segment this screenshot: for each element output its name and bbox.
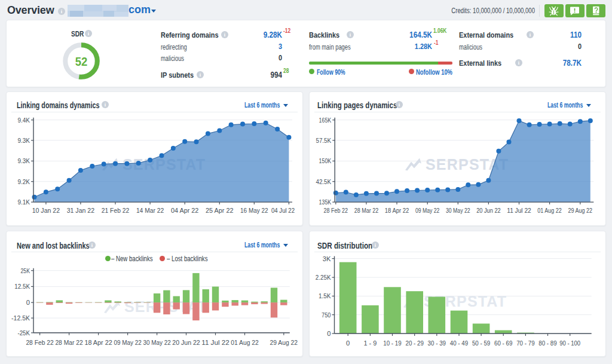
svg-text:31 Jan 22: 31 Jan 22 bbox=[67, 207, 94, 214]
svg-text:80 - 89: 80 - 89 bbox=[538, 339, 556, 347]
svg-text:20 Jun 22: 20 Jun 22 bbox=[476, 207, 501, 214]
svg-text:9.3K: 9.3K bbox=[17, 157, 30, 164]
svg-text:40 - 49: 40 - 49 bbox=[450, 339, 468, 347]
svg-text:21 Feb 22: 21 Feb 22 bbox=[102, 207, 129, 214]
svg-text:750: 750 bbox=[322, 311, 331, 319]
svg-text:50 - 59: 50 - 59 bbox=[472, 339, 490, 347]
svg-text:52: 52 bbox=[75, 54, 88, 68]
svg-text:9.1K: 9.1K bbox=[17, 198, 30, 206]
svg-text:0: 0 bbox=[346, 339, 350, 347]
svg-text:09 May 22: 09 May 22 bbox=[114, 339, 141, 346]
svg-text:42.5K: 42.5K bbox=[316, 178, 331, 185]
svg-text:04 Apr 22: 04 Apr 22 bbox=[171, 207, 198, 214]
svg-text:29 Aug 22: 29 Aug 22 bbox=[270, 339, 298, 346]
svg-text:01 Aug 22: 01 Aug 22 bbox=[537, 207, 562, 214]
svg-text:57.5K: 57.5K bbox=[316, 137, 331, 144]
svg-text:10 Jan 22: 10 Jan 22 bbox=[32, 207, 60, 214]
svg-text:165K: 165K bbox=[319, 117, 332, 124]
svg-text:12.5K: 12.5K bbox=[14, 283, 30, 290]
svg-text:01 Aug 22: 01 Aug 22 bbox=[231, 339, 258, 346]
svg-text:20 - 29: 20 - 29 bbox=[406, 339, 424, 347]
svg-text:30 May 22: 30 May 22 bbox=[446, 207, 470, 214]
svg-text:150K: 150K bbox=[319, 157, 332, 164]
svg-text:28 Feb 22: 28 Feb 22 bbox=[26, 339, 53, 346]
svg-text:11 Jul 22: 11 Jul 22 bbox=[507, 207, 531, 214]
svg-text:16 May 22: 16 May 22 bbox=[240, 207, 268, 214]
svg-text:135K: 135K bbox=[319, 198, 332, 206]
svg-text:30 May 22: 30 May 22 bbox=[143, 339, 170, 346]
svg-text:30 - 39: 30 - 39 bbox=[428, 339, 446, 347]
svg-text:18 Apr 22: 18 Apr 22 bbox=[385, 207, 409, 214]
svg-text:28 Mar 22: 28 Mar 22 bbox=[354, 207, 379, 214]
svg-text:70 - 79: 70 - 79 bbox=[516, 339, 534, 347]
svg-text:9.2K: 9.2K bbox=[17, 178, 30, 185]
svg-text:11 Jul 22: 11 Jul 22 bbox=[201, 339, 229, 346]
svg-text:10 - 19: 10 - 19 bbox=[383, 339, 401, 347]
svg-text:20 Jun 22: 20 Jun 22 bbox=[172, 339, 200, 346]
svg-text:1 - 9: 1 - 9 bbox=[364, 339, 377, 347]
svg-text:04 Jul 22: 04 Jul 22 bbox=[271, 207, 295, 214]
svg-text:2.25K: 2.25K bbox=[316, 274, 331, 281]
svg-text:28 Feb 22: 28 Feb 22 bbox=[324, 207, 348, 214]
svg-text:9.4K: 9.4K bbox=[17, 117, 30, 124]
svg-text:-12.5K: -12.5K bbox=[11, 314, 30, 322]
svg-text:9.3K: 9.3K bbox=[17, 137, 30, 144]
svg-text:28 Mar 22: 28 Mar 22 bbox=[55, 339, 82, 346]
svg-text:25 Apr 22: 25 Apr 22 bbox=[206, 207, 233, 214]
svg-text:18 Apr 22: 18 Apr 22 bbox=[84, 339, 112, 346]
svg-text:25K: 25K bbox=[21, 267, 30, 274]
svg-text:60 - 69: 60 - 69 bbox=[494, 339, 512, 347]
svg-text:0: 0 bbox=[327, 330, 331, 337]
svg-text:0: 0 bbox=[26, 299, 30, 306]
svg-text:1.5K: 1.5K bbox=[319, 292, 331, 299]
svg-text:29 Aug 22: 29 Aug 22 bbox=[568, 207, 593, 214]
svg-text:3K: 3K bbox=[323, 255, 331, 262]
svg-text:-25K: -25K bbox=[17, 329, 30, 337]
svg-text:14 Mar 22: 14 Mar 22 bbox=[136, 207, 164, 214]
svg-text:09 May 22: 09 May 22 bbox=[415, 207, 440, 214]
svg-text:90 - 100: 90 - 100 bbox=[559, 339, 580, 347]
